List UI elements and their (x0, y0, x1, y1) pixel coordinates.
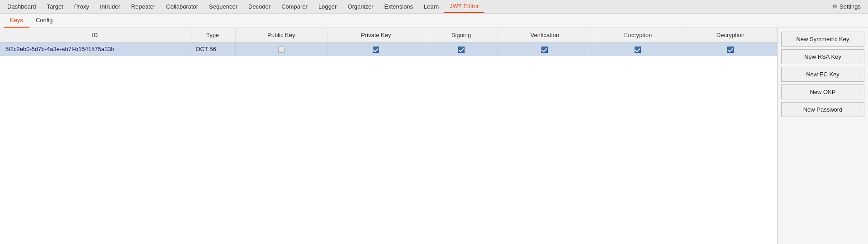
col-header-type: Type (190, 28, 235, 42)
cell-signing (425, 42, 498, 56)
keys-table: ID Type Public Key Private Key Signing V… (0, 28, 777, 56)
cell-encryption (592, 42, 684, 56)
col-header-encryption: Encryption (592, 28, 684, 42)
nav-item-dashboard[interactable]: Dashboard (2, 0, 42, 13)
keys-table-area: ID Type Public Key Private Key Signing V… (0, 28, 778, 244)
cell-private-key (327, 42, 425, 56)
new-symmetric-key-button[interactable]: New Symmetric Key (781, 32, 864, 47)
cell-verification (498, 42, 592, 56)
cell-decryption (684, 42, 777, 56)
new-rsa-key-button[interactable]: New RSA Key (781, 49, 864, 64)
col-header-public-key: Public Key (235, 28, 327, 42)
new-password-button[interactable]: New Password (781, 102, 864, 117)
checkbox-public-key[interactable] (278, 47, 285, 53)
nav-item-decoder[interactable]: Decoder (243, 0, 276, 13)
right-panel: New Symmetric Key New RSA Key New EC Key… (778, 28, 868, 244)
main-content: ID Type Public Key Private Key Signing V… (0, 28, 868, 244)
nav-item-organizer[interactable]: Organizer (342, 0, 379, 13)
tab-config[interactable]: Config (29, 14, 59, 28)
checkbox-private-key[interactable] (373, 47, 379, 53)
nav-item-proxy[interactable]: Proxy (69, 0, 95, 13)
nav-item-extensions[interactable]: Extensions (379, 0, 419, 13)
col-header-signing: Signing (425, 28, 498, 42)
checkbox-verification[interactable] (541, 47, 548, 53)
table-header-row: ID Type Public Key Private Key Signing V… (0, 28, 777, 42)
cell-id: 5f2c2eb0-5d7b-4a3e-ab7f-b1541575a33b (0, 42, 190, 56)
col-header-decryption: Decryption (684, 28, 777, 42)
nav-item-target[interactable]: Target (42, 0, 69, 13)
cell-public-key (235, 42, 327, 56)
top-nav: Dashboard Target Proxy Intruder Repeater… (0, 0, 868, 14)
checkbox-decryption[interactable] (727, 47, 734, 53)
cell-type: OCT 56 (190, 42, 235, 56)
new-ec-key-button[interactable]: New EC Key (781, 67, 864, 82)
nav-item-logger[interactable]: Logger (313, 0, 342, 13)
table-row[interactable]: 5f2c2eb0-5d7b-4a3e-ab7f-b1541575a33b OCT… (0, 42, 777, 56)
nav-item-collaborator[interactable]: Collaborator (161, 0, 204, 13)
nav-item-jwt-editor[interactable]: JWT Editor (444, 0, 484, 13)
new-okp-button[interactable]: New OKP (781, 84, 864, 99)
nav-item-sequencer[interactable]: Sequencer (204, 0, 243, 13)
col-header-private-key: Private Key (327, 28, 425, 42)
checkbox-signing[interactable] (458, 47, 465, 53)
checkbox-encryption[interactable] (635, 47, 641, 53)
nav-item-learn[interactable]: Learn (418, 0, 444, 13)
nav-item-intruder[interactable]: Intruder (95, 0, 126, 13)
col-header-id: ID (0, 28, 190, 42)
tab-keys[interactable]: Keys (4, 14, 29, 28)
nav-item-repeater[interactable]: Repeater (126, 0, 161, 13)
sub-tabs: Keys Config (0, 14, 868, 28)
nav-item-comparer[interactable]: Comparer (276, 0, 313, 13)
settings-button[interactable]: ⚙ Settings (827, 1, 866, 12)
col-header-verification: Verification (498, 28, 592, 42)
